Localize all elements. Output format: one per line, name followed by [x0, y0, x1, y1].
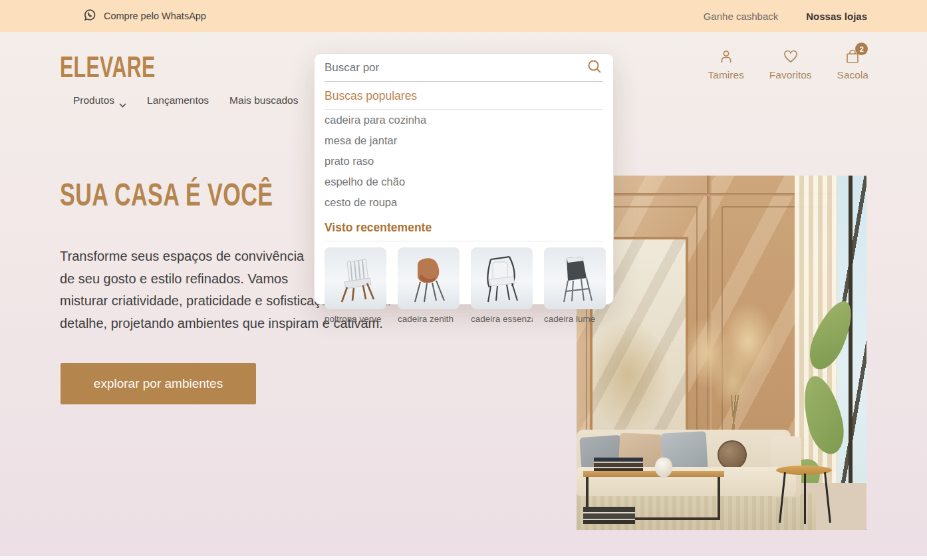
- coffee-table-top: [583, 471, 724, 477]
- hero-title: SUA CASA É VOCÊ: [60, 177, 273, 213]
- nav-item-produtos[interactable]: Produtos: [73, 94, 126, 106]
- recent-product-cadeira-lume[interactable]: cadeira lume: [544, 247, 606, 324]
- bag-label: Sacola: [837, 69, 868, 81]
- nav-item-mais-buscados[interactable]: Mais buscados: [229, 94, 298, 106]
- cashback-link[interactable]: Ganhe cashback: [704, 11, 779, 22]
- popular-search-item[interactable]: espelho de chão: [325, 172, 603, 192]
- books-on-floor: [583, 507, 635, 524]
- nav-produtos-label: Produtos: [73, 94, 114, 106]
- explore-environments-button[interactable]: explorar por ambientes: [61, 363, 256, 404]
- nav-item-lancamentos[interactable]: Lançamentos: [147, 94, 209, 106]
- account-bag[interactable]: 2 Sacola: [837, 48, 868, 81]
- topbar: Compre pelo WhatsApp Ganhe cashback Noss…: [0, 0, 927, 32]
- product-thumbnail-image: [471, 247, 533, 309]
- popular-searches-heading: Buscas populares: [325, 82, 603, 110]
- vase: [655, 458, 672, 478]
- topbar-links: Ganhe cashback Nossas lojas: [704, 11, 867, 22]
- search-bar: [325, 54, 603, 82]
- whatsapp-label: Compre pelo WhatsApp: [104, 11, 206, 21]
- window-mullion: [849, 176, 853, 530]
- bag-icon: 2: [844, 48, 861, 65]
- popular-search-item[interactable]: mesa de jantar: [325, 130, 603, 151]
- hero-image: [577, 176, 866, 530]
- whatsapp-link[interactable]: Compre pelo WhatsApp: [82, 8, 206, 25]
- popular-search-item[interactable]: prato raso: [325, 151, 603, 172]
- product-thumbnail-label: cadeira lume: [544, 309, 606, 324]
- product-thumbnail-image: [398, 247, 460, 309]
- side-table-leg: [804, 474, 806, 524]
- product-thumbnail-image: [325, 247, 386, 309]
- search-dropdown-panel: Buscas populares cadeira para cozinha me…: [314, 53, 614, 305]
- account-area: Tamires Favoritos 2 Sacola: [708, 48, 868, 81]
- account-favorites[interactable]: Favoritos: [769, 48, 812, 81]
- recently-viewed-heading: Visto recentemente: [325, 213, 603, 241]
- user-label: Tamires: [708, 69, 744, 81]
- search-input[interactable]: [325, 61, 586, 74]
- brand-logo[interactable]: ELEVARE: [60, 51, 156, 84]
- heart-icon: [782, 48, 799, 65]
- next-section-edge: [0, 556, 927, 560]
- whatsapp-icon: [82, 8, 97, 25]
- nav-lancamentos-label: Lançamentos: [147, 94, 209, 106]
- favorites-label: Favoritos: [769, 69, 812, 81]
- books-on-table: [594, 458, 643, 471]
- recent-product-cadeira-essenza[interactable]: cadeira essenza..: [471, 247, 533, 324]
- search-icon[interactable]: [586, 58, 603, 78]
- chevron-down-icon: [119, 98, 126, 103]
- bag-count-badge: 2: [855, 43, 868, 55]
- recent-product-poltrona-verve[interactable]: poltrona verve: [325, 247, 386, 324]
- recently-viewed-list: poltrona verve cadeira zenith: [325, 241, 603, 324]
- product-thumbnail-label: cadeira essenza..: [471, 309, 533, 324]
- popular-search-item[interactable]: cadeira para cozinha: [325, 110, 603, 130]
- nav-mais-buscados-label: Mais buscados: [229, 94, 298, 106]
- product-thumbnail-label: cadeira zenith: [398, 309, 460, 324]
- popular-search-item[interactable]: cesto de roupa: [325, 192, 603, 213]
- main-nav: Produtos Lançamentos Mais buscados Lista…: [73, 94, 346, 106]
- recent-product-cadeira-zenith[interactable]: cadeira zenith: [398, 247, 460, 324]
- product-thumbnail-image: [544, 247, 606, 309]
- user-icon: [718, 48, 735, 65]
- product-thumbnail-label: poltrona verve: [325, 309, 386, 324]
- stores-link[interactable]: Nossas lojas: [806, 11, 867, 22]
- account-user[interactable]: Tamires: [708, 48, 744, 81]
- sofa-bolster-pillow: [718, 440, 747, 470]
